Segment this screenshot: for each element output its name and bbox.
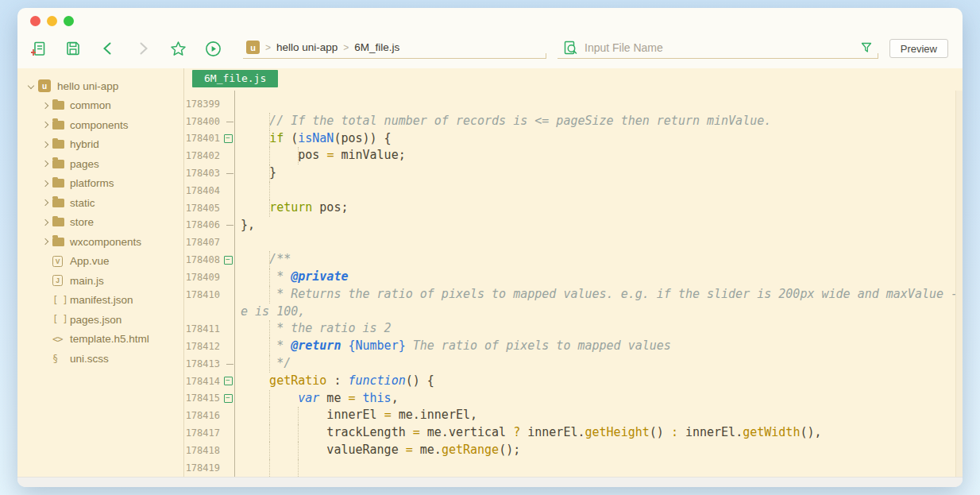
star-icon[interactable] (168, 39, 187, 58)
fold-marker-icon[interactable]: − (224, 377, 233, 385)
fold-marker-icon[interactable]: − (224, 256, 233, 265)
code-text[interactable] (234, 95, 963, 113)
indent-guide (269, 164, 270, 182)
code-line-178410[interactable]: e is 100, (184, 304, 963, 321)
maximize-window-button[interactable] (64, 16, 74, 26)
file-search-field[interactable] (558, 38, 878, 59)
run-icon[interactable] (203, 39, 222, 58)
code-line-178402[interactable]: 178402 pos = minValue; (184, 147, 963, 164)
code-area[interactable]: 178399178400 // If the total number of r… (184, 91, 963, 477)
breadcrumb-file[interactable]: 6M_file.js (354, 41, 399, 53)
breadcrumb[interactable]: u > hello uni-app > 6M_file.js (243, 38, 546, 59)
folder-icon (52, 199, 64, 207)
tree-item-store[interactable]: store (17, 213, 183, 233)
tree-item-icon-wrap: V (52, 256, 70, 267)
code-text[interactable]: e is 100, (234, 304, 963, 321)
code-text[interactable]: if (isNaN(pos)) { (234, 130, 963, 148)
fold-column (222, 442, 234, 459)
code-text[interactable]: } (234, 164, 963, 182)
code-text[interactable]: * @private (234, 269, 963, 286)
code-text[interactable]: trackLength = me.vertical ? innerEl.getH… (234, 424, 963, 442)
fold-column (222, 407, 234, 424)
code-line-178419[interactable]: 178419 (184, 459, 963, 477)
code-line-178409[interactable]: 178409 * @private (184, 269, 963, 286)
filter-icon[interactable] (861, 42, 872, 53)
code-text[interactable] (234, 459, 963, 477)
chevron-down-icon[interactable] (24, 83, 38, 88)
code-text[interactable]: /** (234, 251, 963, 269)
fold-marker-icon[interactable]: − (224, 134, 233, 143)
tree-item-pages[interactable]: pages (17, 154, 183, 174)
tree-item-App.vue[interactable]: VApp.vue (17, 252, 183, 272)
code-line-178404[interactable]: 178404 (184, 182, 963, 199)
code-text[interactable]: getRatio : function() { (234, 373, 963, 390)
code-line-178417[interactable]: 178417 trackLength = me.vertical ? inner… (184, 424, 963, 442)
tree-item-label: manifest.json (70, 294, 133, 306)
code-text[interactable]: * @return {Number} The ratio of pixels t… (234, 338, 963, 355)
fold-marker-icon[interactable]: − (224, 394, 233, 403)
code-line-178403[interactable]: 178403 } (184, 164, 963, 182)
tree-item-uni.scss[interactable]: §uni.scss (17, 349, 183, 369)
code-line-178405[interactable]: 178405 return pos; (184, 199, 963, 217)
preview-button[interactable]: Preview (889, 39, 948, 58)
code-text[interactable] (234, 182, 963, 199)
tree-item-pages.json[interactable]: [ ]pages.json (17, 310, 183, 330)
code-line-178411[interactable]: 178411 * the ratio is 2 (184, 320, 963, 338)
tree-item-template.h5.html[interactable]: <>template.h5.html (17, 330, 183, 350)
code-text[interactable]: * the ratio is 2 (234, 320, 963, 338)
tree-item-hybrid[interactable]: hybrid (17, 135, 183, 155)
chevron-right-icon[interactable] (38, 239, 52, 244)
code-line-178413[interactable]: 178413 */ (184, 355, 963, 373)
code-text[interactable]: return pos; (234, 199, 963, 217)
chevron-right-icon[interactable] (38, 103, 52, 108)
new-file-icon[interactable] (29, 39, 48, 58)
code-line-178400[interactable]: 178400 // If the total number of records… (184, 113, 963, 130)
back-icon[interactable] (98, 39, 118, 58)
file-search-input[interactable] (585, 41, 861, 54)
minimize-window-button[interactable] (47, 16, 57, 26)
chevron-right-icon[interactable] (38, 122, 52, 127)
code-line-178407[interactable]: 178407 (184, 234, 963, 251)
code-text[interactable]: * Returns the ratio of pixels to mapped … (234, 286, 963, 304)
code-line-178415[interactable]: 178415− var me = this, (184, 390, 963, 408)
tree-item-wxcomponents[interactable]: wxcomponents (17, 232, 183, 252)
tree-item-components[interactable]: components (17, 115, 183, 135)
code-text[interactable]: var me = this, (234, 390, 963, 408)
vertical-scrollbar[interactable] (955, 91, 963, 477)
code-text[interactable]: */ (234, 355, 963, 373)
code-line-178406[interactable]: 178406}, (184, 217, 963, 234)
indent-guide (269, 199, 270, 217)
code-text[interactable]: }, (234, 217, 963, 234)
code-line-178401[interactable]: 178401− if (isNaN(pos)) { (184, 130, 963, 148)
code-line-178410[interactable]: 178410 * Returns the ratio of pixels to … (184, 286, 963, 304)
tree-item-main.js[interactable]: Jmain.js (17, 271, 183, 291)
editor-tab[interactable]: 6M_file.js (192, 70, 278, 87)
code-line-178418[interactable]: 178418 valueRange = me.getRange(); (184, 442, 963, 459)
tree-item-manifest.json[interactable]: [ ]manifest.json (17, 291, 183, 311)
code-text[interactable]: pos = minValue; (234, 147, 963, 164)
chevron-right-icon[interactable] (38, 181, 52, 186)
code-line-178399[interactable]: 178399 (184, 95, 963, 113)
code-token: = (384, 408, 392, 422)
code-text[interactable]: valueRange = me.getRange(); (234, 442, 963, 459)
code-text[interactable] (234, 234, 963, 251)
tree-item-platforms[interactable]: platforms (17, 174, 183, 194)
tree-root[interactable]: u hello uni-app (17, 76, 183, 96)
code-text[interactable]: // If the total number of records is <= … (234, 113, 963, 130)
forward-icon[interactable] (133, 39, 152, 58)
tree-item-common[interactable]: common (17, 96, 183, 116)
save-icon[interactable] (64, 39, 83, 58)
breadcrumb-project[interactable]: hello uni-app (276, 41, 338, 53)
tree-item-static[interactable]: static (17, 193, 183, 213)
chevron-right-icon[interactable] (38, 200, 52, 205)
code-line-178408[interactable]: 178408− /** (184, 251, 963, 269)
chevron-right-icon[interactable] (38, 220, 52, 225)
code-text[interactable]: innerEl = me.innerEl, (234, 407, 963, 424)
chevron-right-icon[interactable] (38, 142, 52, 147)
code-line-178416[interactable]: 178416 innerEl = me.innerEl, (184, 407, 963, 424)
code-line-178414[interactable]: 178414− getRatio : function() { (184, 373, 963, 390)
close-window-button[interactable] (30, 16, 41, 26)
chevron-right-icon[interactable] (38, 161, 52, 166)
tree-item-label: pages.json (70, 314, 122, 326)
code-line-178412[interactable]: 178412 * @return {Number} The ratio of p… (184, 338, 963, 355)
